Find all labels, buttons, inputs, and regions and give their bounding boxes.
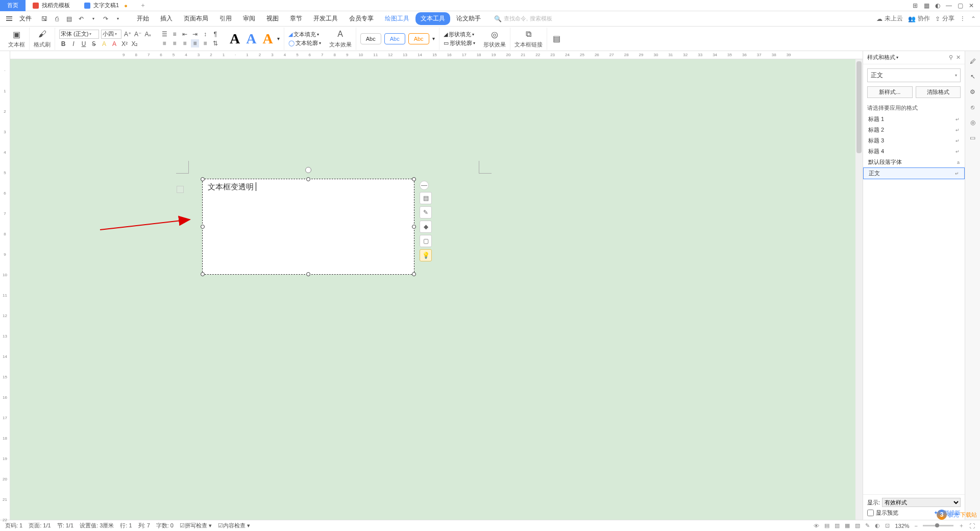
align-left-icon[interactable]: ≡ xyxy=(160,39,168,47)
sb-page-icon[interactable]: ▥ xyxy=(835,522,840,529)
scroll-thumb[interactable] xyxy=(856,61,862,153)
redo-icon[interactable]: ↷ xyxy=(101,14,110,23)
menu-insert[interactable]: 插入 xyxy=(155,12,178,25)
rotate-handle[interactable] xyxy=(305,167,311,173)
align-right-icon[interactable]: ≡ xyxy=(181,39,189,47)
indent-inc-icon[interactable]: ⇥ xyxy=(191,30,199,38)
float-collapse-icon[interactable]: — xyxy=(420,181,429,190)
ribbon-shape-effect[interactable]: ◎ 形状效果 xyxy=(479,28,510,50)
fr-cursor-icon[interactable]: ↖ xyxy=(968,71,978,82)
handle-tm[interactable] xyxy=(306,177,310,181)
align-center-icon[interactable]: ≡ xyxy=(170,39,179,47)
preview-icon[interactable]: ▤ xyxy=(64,14,74,23)
tab-home[interactable]: 首页 xyxy=(0,0,26,11)
font-size-select[interactable]: 小四▾ xyxy=(101,30,121,39)
ribbon-format-brush[interactable]: 🖌 格式刷 xyxy=(30,28,55,50)
rp-style-h4[interactable]: 标题 4↵ xyxy=(863,146,965,157)
shrink-font-icon[interactable]: A⁻ xyxy=(134,30,142,38)
italic-icon[interactable]: I xyxy=(69,40,78,48)
coop-button[interactable]: 👥协作 xyxy=(908,14,930,23)
tab-template[interactable]: 找稻壳模板 xyxy=(26,0,77,11)
float-fill-icon[interactable]: ◆ xyxy=(420,221,432,233)
textbox[interactable]: 文本框变透明 xyxy=(202,179,414,275)
rp-close-icon[interactable]: ✕ xyxy=(956,54,961,61)
sb-outline-icon[interactable]: ▧ xyxy=(855,522,860,529)
rp-pin-icon[interactable]: ⚲ xyxy=(949,54,953,61)
wordart-black[interactable]: A xyxy=(228,31,242,47)
fr-chart-icon[interactable]: ⎋ xyxy=(968,102,978,112)
text-dir-icon[interactable]: ¶ xyxy=(211,30,219,38)
clear-format-icon[interactable]: Aₓ xyxy=(144,30,152,38)
grow-font-icon[interactable]: A⁺ xyxy=(124,30,132,38)
hamburger-icon[interactable] xyxy=(4,16,14,21)
menu-draw[interactable]: 绘图工具 xyxy=(380,12,414,25)
line-height-icon[interactable]: ↕ xyxy=(201,30,209,38)
handle-bm[interactable] xyxy=(306,272,310,276)
sb-pen-icon[interactable]: ✎ xyxy=(865,522,870,529)
ribbon-textbox-link[interactable]: ⧉ 文本框链接 xyxy=(510,28,547,50)
super-icon[interactable]: X² xyxy=(120,40,129,48)
maximize-button[interactable]: ▢ xyxy=(957,2,964,9)
wordart-orange[interactable]: A xyxy=(260,31,275,47)
sb-zoom-in-icon[interactable]: ＋ xyxy=(959,522,964,529)
canvas[interactable]: 987654321 ·12345678 91011121314151617 18… xyxy=(10,51,863,520)
number-icon[interactable]: ≡ xyxy=(170,30,179,38)
undo-drop-icon[interactable]: ▾ xyxy=(89,14,98,23)
menu-chapter[interactable]: 章节 xyxy=(285,12,307,25)
float-wrap-icon[interactable]: ▤ xyxy=(420,192,432,204)
search-area[interactable]: 🔍 查找命令, 搜索模板 xyxy=(494,15,552,22)
save-icon[interactable]: 🖫 xyxy=(40,14,49,23)
sb-spell[interactable]: ☑拼写检查 ▾ xyxy=(180,522,212,529)
sb-eye-icon[interactable]: 👁 xyxy=(814,523,819,529)
font-name-select[interactable]: 宋体 (正文)▾ xyxy=(59,30,99,39)
close-button[interactable]: ✕ xyxy=(968,2,975,9)
sb-fit-icon[interactable]: ⊡ xyxy=(885,522,890,529)
rp-style-h2[interactable]: 标题 2↵ xyxy=(863,125,965,135)
cloud-button[interactable]: ☁未上云 xyxy=(876,14,903,23)
sb-web-icon[interactable]: ▦ xyxy=(845,522,850,529)
sb-zoom[interactable]: 132% xyxy=(895,523,909,529)
handle-mr[interactable] xyxy=(412,225,416,229)
handle-br[interactable] xyxy=(412,272,416,276)
float-edit-icon[interactable]: ✎ xyxy=(420,206,432,219)
sb-pos[interactable]: 设置值: 3厘米 xyxy=(80,522,114,529)
fr-settings-icon[interactable]: ⚙ xyxy=(968,87,978,97)
tab-add[interactable]: ＋ xyxy=(135,1,151,10)
undo-icon[interactable]: ↶ xyxy=(77,14,86,23)
menu-layout[interactable]: 页面布局 xyxy=(179,12,213,25)
underline-icon[interactable]: U xyxy=(80,40,88,48)
abc-style-2[interactable]: Abc xyxy=(384,33,405,44)
shape-fill-btn[interactable]: ◢形状填充▾ xyxy=(444,31,474,38)
spacing-icon[interactable]: ⇅ xyxy=(211,39,219,47)
float-border-icon[interactable]: ▢ xyxy=(420,235,432,247)
menu-file[interactable]: 文件 xyxy=(15,14,36,23)
menu-thesis[interactable]: 论文助手 xyxy=(451,12,486,25)
fr-pen-icon[interactable]: 🖉 xyxy=(968,56,978,66)
rp-style-h3[interactable]: 标题 3↵ xyxy=(863,135,965,146)
abc-style-1[interactable]: Abc xyxy=(360,33,381,44)
layout-icon[interactable]: ⊞ xyxy=(912,2,919,9)
rp-style-default[interactable]: 默认段落字体a xyxy=(863,157,965,167)
rp-clear[interactable]: 清除格式 xyxy=(916,86,961,98)
highlight-icon[interactable]: A xyxy=(100,40,108,48)
wordart-blue[interactable]: A xyxy=(244,31,258,47)
sb-expand-icon[interactable]: ⛶ xyxy=(969,523,975,529)
menu-text-tool[interactable]: 文本工具 xyxy=(415,12,450,25)
redo-drop-icon[interactable]: ▾ xyxy=(113,14,122,23)
sb-content[interactable]: ☑内容检查 ▾ xyxy=(218,522,250,529)
menu-view[interactable]: 视图 xyxy=(261,12,284,25)
font-color-icon[interactable]: A xyxy=(110,40,118,48)
ribbon-textbox[interactable]: ▣ 文本框 xyxy=(4,28,30,50)
grid-icon[interactable]: ▦ xyxy=(923,2,930,9)
menu-review[interactable]: 审阅 xyxy=(238,12,260,25)
rp-current-style[interactable]: 正文▾ xyxy=(867,68,961,82)
ribbon-extra[interactable]: ▤ xyxy=(547,28,567,50)
strike-icon[interactable]: S̶ xyxy=(90,40,98,48)
wordart-more-icon[interactable]: ▾ xyxy=(277,36,280,41)
align-dist-icon[interactable]: ≡ xyxy=(201,39,209,47)
user-icon[interactable]: ◐ xyxy=(934,2,941,9)
abc-more-icon[interactable]: ▾ xyxy=(432,36,435,41)
menu-more-icon[interactable]: ︙ xyxy=(960,15,966,22)
menu-ref[interactable]: 引用 xyxy=(214,12,237,25)
float-idea-icon[interactable]: 💡 xyxy=(420,249,432,261)
